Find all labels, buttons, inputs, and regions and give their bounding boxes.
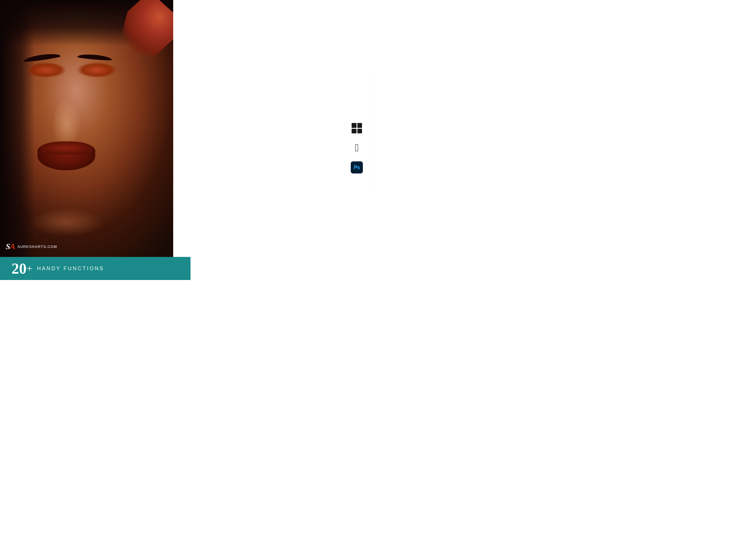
- windows-icon: [351, 123, 362, 133]
- title-line1: BEAUTY RETOUCH: [364, 12, 370, 48]
- photo-area: SA SURESHARTS.COM: [0, 0, 190, 260]
- right-area: BEAUTY RETOUCH PANEL RGB/CMYK Sh/Highl T…: [173, 0, 370, 280]
- sa-logo-photo: SA: [6, 242, 15, 251]
- ps-icon-container: Ps: [350, 160, 364, 174]
- bottom-plus: +: [26, 262, 32, 275]
- win-sq-1: [351, 123, 356, 128]
- eye-makeup-right: [77, 62, 117, 78]
- apple-icon-container: : [350, 141, 364, 155]
- platform-icons:  Ps: [350, 121, 364, 174]
- eye-makeup-left: [26, 62, 66, 78]
- windows-icon-container: [350, 121, 364, 135]
- win-sq-4: [357, 129, 362, 134]
- ps-icon: Ps: [351, 161, 363, 173]
- lips-upper: [40, 141, 92, 154]
- win-sq-3: [351, 129, 356, 134]
- title-area: BEAUTY RETOUCH PANEL: [364, 12, 370, 68]
- watermark-photo: SA SURESHARTS.COM: [6, 242, 57, 251]
- neck-area: [29, 208, 104, 237]
- title-line2: PANEL: [364, 48, 370, 68]
- watermark-text-photo: SURESHARTS.COM: [17, 245, 57, 249]
- bottom-handy-text: HANDY FUNCTIONS: [37, 266, 104, 272]
- bottom-number: 20: [12, 260, 26, 277]
- win-sq-2: [357, 123, 362, 128]
- apple-icon: : [355, 142, 358, 154]
- bottom-bar: 20 + HANDY FUNCTIONS: [0, 257, 190, 280]
